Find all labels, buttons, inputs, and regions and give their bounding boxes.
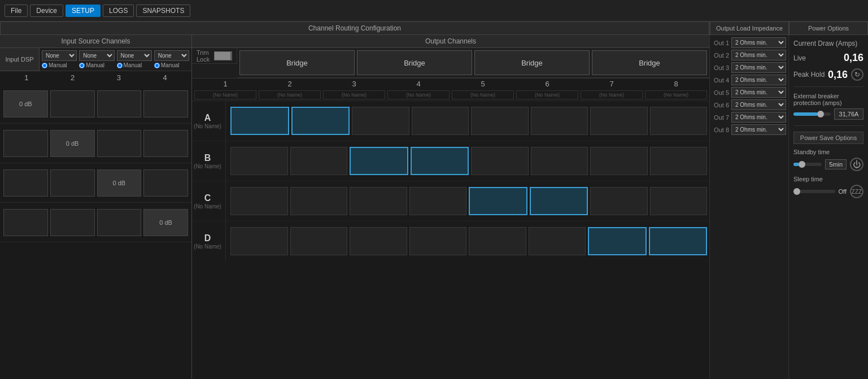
out-cell-a4[interactable] bbox=[412, 107, 469, 135]
source-select-dropdown-3[interactable]: None bbox=[117, 50, 152, 61]
out-ch-num-1: 1 bbox=[194, 80, 256, 88]
out-load-select-8[interactable]: 2 Ohms min. bbox=[731, 124, 786, 135]
input-cell-c1[interactable] bbox=[3, 169, 48, 197]
out-cell-c6[interactable] bbox=[530, 187, 588, 215]
out-cell-b4[interactable] bbox=[411, 147, 469, 175]
out-cell-c7[interactable] bbox=[590, 187, 648, 215]
out-load-label-4: Out 4 bbox=[712, 77, 729, 84]
standby-row: Standby time 5min ⏻ bbox=[793, 149, 863, 171]
input-cell-b1[interactable] bbox=[3, 130, 48, 157]
input-cell-b4[interactable] bbox=[143, 130, 188, 157]
out-cell-c4[interactable] bbox=[409, 187, 467, 215]
out-cell-a3[interactable] bbox=[352, 107, 409, 135]
input-cell-c4[interactable] bbox=[143, 169, 188, 197]
sleep-slider-thumb[interactable] bbox=[793, 188, 800, 195]
out-row-noname-c: (No Name) bbox=[194, 203, 221, 210]
current-draw-title: Current Draw (Amps) bbox=[793, 40, 863, 47]
input-cell-c2[interactable] bbox=[50, 169, 95, 197]
out-load-select-7[interactable]: 2 Ohms min. bbox=[731, 112, 786, 123]
snapshots-button[interactable]: SNAPSHOTS bbox=[136, 5, 190, 17]
out-cell-d2[interactable] bbox=[290, 227, 348, 255]
out-cell-a6[interactable] bbox=[531, 107, 588, 135]
out-cell-c2[interactable] bbox=[290, 187, 348, 215]
out-cell-b7[interactable] bbox=[590, 147, 648, 175]
out-load-select-5[interactable]: 2 Ohms min. bbox=[731, 87, 786, 98]
manual-row-4: Manual bbox=[154, 62, 189, 68]
power-save-header: Power Save Options bbox=[793, 132, 863, 144]
standby-slider-track[interactable] bbox=[793, 163, 822, 166]
breaker-slider-track[interactable] bbox=[793, 112, 831, 116]
out-ch-name-4: (No Name) bbox=[387, 90, 450, 99]
manual-row-3: Manual bbox=[117, 62, 152, 68]
standby-slider-thumb[interactable] bbox=[799, 161, 805, 168]
zzz-icon[interactable]: ZZZ bbox=[850, 185, 863, 198]
input-cell-a3[interactable] bbox=[97, 90, 142, 117]
input-row-c: 0 dB bbox=[0, 163, 191, 203]
bridge-btn-2[interactable]: Bridge bbox=[357, 50, 472, 75]
out-load-select-6[interactable]: 2 Ohms min. bbox=[731, 99, 786, 110]
divider-1 bbox=[793, 86, 863, 87]
out-cell-b2[interactable] bbox=[290, 147, 348, 175]
manual-radio-2[interactable] bbox=[79, 63, 85, 68]
out-load-select-1[interactable]: 2 Ohms min. bbox=[731, 37, 786, 48]
bridge-btn-1[interactable]: Bridge bbox=[239, 50, 355, 75]
out-cell-b8[interactable] bbox=[650, 147, 708, 175]
out-cell-b5[interactable] bbox=[471, 147, 529, 175]
out-cell-b3[interactable] bbox=[350, 147, 408, 175]
breaker-slider-thumb[interactable] bbox=[817, 111, 824, 117]
input-cell-a4[interactable] bbox=[143, 90, 188, 117]
out-load-section: Out 1 2 Ohms min. Out 2 2 Ohms min. Out … bbox=[710, 35, 789, 379]
io-row: Input Source Channels Input DSP None Man… bbox=[0, 35, 709, 379]
out-cell-d8[interactable] bbox=[649, 227, 708, 255]
out-cell-d4[interactable] bbox=[409, 227, 467, 255]
out-cell-a7[interactable] bbox=[590, 107, 648, 135]
out-load-select-2[interactable]: 2 Ohms min. bbox=[731, 50, 786, 60]
source-select-dropdown-2[interactable]: None bbox=[79, 50, 114, 61]
out-cell-d1[interactable] bbox=[230, 227, 288, 255]
input-cell-b3[interactable] bbox=[97, 130, 142, 157]
bridge-btn-3[interactable]: Bridge bbox=[474, 50, 590, 75]
peak-hold-value: 0,16 bbox=[828, 69, 848, 81]
setup-button[interactable]: SETUP bbox=[66, 5, 101, 17]
out-cell-a8[interactable] bbox=[650, 107, 708, 135]
manual-radio-1[interactable] bbox=[42, 63, 47, 68]
out-cell-d3[interactable] bbox=[350, 227, 407, 255]
source-select-dropdown-4[interactable]: None bbox=[154, 50, 189, 61]
out-cell-a2[interactable] bbox=[291, 107, 350, 135]
out-cell-c3[interactable] bbox=[350, 187, 407, 215]
out-cell-a5[interactable] bbox=[471, 107, 529, 135]
out-cell-c8[interactable] bbox=[650, 187, 708, 215]
out-load-select-4[interactable]: 2 Ohms min. bbox=[731, 75, 786, 85]
manual-radio-3[interactable] bbox=[117, 63, 123, 68]
source-select-dropdown-1[interactable]: None bbox=[42, 50, 77, 61]
out-load-row-3: Out 3 2 Ohms min. bbox=[712, 62, 786, 73]
manual-radio-4[interactable] bbox=[154, 63, 160, 68]
out-cell-d5[interactable] bbox=[469, 227, 526, 255]
out-cell-c5[interactable] bbox=[469, 187, 527, 215]
input-cell-d3[interactable] bbox=[97, 209, 142, 236]
sleep-slider-track[interactable] bbox=[793, 190, 835, 193]
input-cell-d2[interactable] bbox=[50, 209, 95, 236]
trim-lock-slider[interactable] bbox=[214, 51, 232, 60]
file-button[interactable]: File bbox=[5, 5, 28, 17]
power-icon[interactable]: ⏻ bbox=[850, 158, 863, 171]
out-full-row-a: A (No Name) bbox=[192, 101, 709, 141]
manual-row-2: Manual bbox=[79, 62, 114, 68]
out-load-select-3[interactable]: 2 Ohms min. bbox=[731, 62, 786, 73]
out-cell-d7[interactable] bbox=[588, 227, 647, 255]
logs-button[interactable]: LOGS bbox=[103, 5, 134, 17]
device-button[interactable]: Device bbox=[30, 5, 63, 17]
input-cell-d1[interactable] bbox=[3, 209, 48, 236]
out-cell-b6[interactable] bbox=[531, 147, 588, 175]
out-cell-d6[interactable] bbox=[529, 227, 586, 255]
bridge-btn-4[interactable]: Bridge bbox=[592, 50, 707, 75]
out-cell-c1[interactable] bbox=[230, 187, 288, 215]
refresh-icon[interactable]: ↻ bbox=[851, 68, 863, 81]
right-top-headers: Output Load Impedance Power Options bbox=[710, 21, 868, 35]
out-load-label-7: Out 7 bbox=[712, 114, 729, 121]
out-cell-a1[interactable] bbox=[230, 107, 289, 135]
input-cell-a2[interactable] bbox=[50, 90, 95, 117]
out-row-letter-b: B bbox=[204, 153, 211, 163]
manual-label-3: Manual bbox=[124, 62, 142, 68]
out-cell-b1[interactable] bbox=[230, 147, 288, 175]
